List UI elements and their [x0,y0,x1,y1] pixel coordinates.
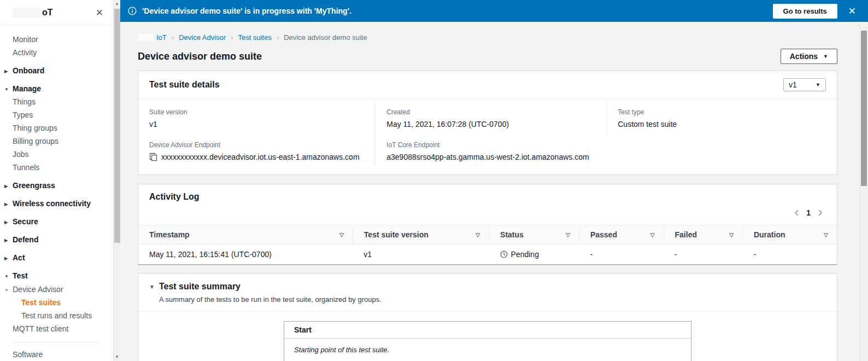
sort-icon[interactable]: ▽ [729,232,734,238]
sort-icon[interactable]: ▽ [339,232,344,238]
breadcrumb-current: Device advisor demo suite [284,33,367,42]
details-card-header: Test suite details v1 ▼ [138,71,837,99]
sidebar-scrollbar: ▲ ▼ [113,0,120,361]
page-scrollbar [859,24,868,361]
scroll-up-icon[interactable]: ▲ [114,1,120,7]
pagination: 1 [138,204,837,225]
chevron-right-icon: ▶ [4,183,8,190]
previous-page-icon[interactable] [794,209,799,217]
chevron-right-icon: ▶ [4,219,8,226]
field-suite-version: Suite version v1 [138,101,375,134]
breadcrumb-test-suites[interactable]: Test suites [238,33,271,42]
sort-icon[interactable]: ▽ [476,232,480,238]
table-row[interactable]: May 11, 2021, 16:15:41 (UTC-0700) v1 Pen… [138,244,837,265]
sidebar-item-billing-groups[interactable]: Billing groups [0,137,113,145]
banner-close-icon[interactable]: ✕ [848,5,856,17]
sidebar-header: oT ✕ [0,0,113,26]
collapse-toggle-icon[interactable]: ▼ [149,284,155,290]
sidebar-item-thing-groups[interactable]: Thing groups [0,124,113,132]
banner-message: 'Device advisor demo suite' is in progre… [142,7,773,15]
cell-failed: - [664,244,742,265]
main-area: 'Device advisor demo suite' is in progre… [120,0,868,361]
sidebar-title-text: oT [42,8,53,18]
page-content: IoT › Device Advisor › Test suites › Dev… [120,22,859,361]
test-suite-details-card: Test suite details v1 ▼ Suite version v1… [138,71,837,175]
column-header-timestamp[interactable]: Timestamp▽ [138,225,353,244]
column-header-passed[interactable]: Passed▽ [579,225,664,244]
breadcrumb-separator: › [277,33,279,42]
sidebar-close-icon[interactable]: ✕ [96,8,103,18]
cell-timestamp: May 11, 2021, 16:15:41 (UTC-0700) [138,244,353,265]
page-scrollbar-thumb[interactable] [861,31,867,186]
actions-button[interactable]: Actions ▼ [781,49,837,64]
field-iot-core-endpoint: IoT Core Endpoint a3e9088srso4pp-ats.gam… [375,134,837,167]
sort-icon[interactable]: ▽ [824,232,828,238]
column-header-failed[interactable]: Failed▽ [664,225,742,244]
sidebar-item-secure[interactable]: ▶Secure [0,218,113,225]
sidebar-item-defend[interactable]: ▶Defend [0,236,113,243]
column-header-status[interactable]: Status▽ [489,225,579,244]
page-title: Device advisor demo suite [138,51,262,62]
sidebar-item-test-runs-and-results[interactable]: Test runs and results [0,312,113,319]
go-to-results-button[interactable]: Go to results [773,4,837,19]
sidebar-item-manage[interactable]: ▼Manage [0,85,113,92]
sort-icon[interactable]: ▽ [566,232,570,238]
caret-down-icon: ▼ [816,82,820,88]
scroll-down-icon[interactable]: ▼ [114,354,120,360]
breadcrumb-device-advisor[interactable]: Device Advisor [179,33,226,42]
version-select[interactable]: v1 ▼ [783,78,826,91]
sidebar-item-test[interactable]: ▼Test [0,272,113,280]
start-node: Start Starting point of this test suite. [284,321,691,361]
column-header-duration[interactable]: Duration▽ [742,225,837,244]
start-node-title: Start [284,322,691,339]
sidebar-item-tunnels[interactable]: Tunnels [0,164,113,171]
next-page-icon[interactable] [818,209,823,217]
redacted-logo [13,8,41,18]
status-badge: Pending [511,250,539,259]
cell-passed: - [579,244,664,265]
sidebar-item-device-advisor[interactable]: ▼Device Advisor [0,286,113,293]
start-node-description: Starting point of this test suite. [284,339,691,361]
breadcrumb-iot[interactable]: IoT [138,33,167,42]
chevron-down-icon: ▼ [4,287,9,294]
sidebar-item-things[interactable]: Things [0,98,113,106]
title-row: Device advisor demo suite Actions ▼ [138,49,837,64]
sidebar-divider [13,342,101,342]
activity-log-table: Timestamp▽ Test suite version▽ Status▽ P… [138,225,837,265]
sidebar-item-types[interactable]: Types [0,111,113,119]
field-created: Created May 11, 2021, 16:07:28 (UTC-0700… [375,101,606,134]
sidebar-item-activity[interactable]: Activity [0,49,113,56]
notification-banner: 'Device advisor demo suite' is in progre… [120,0,868,22]
sidebar-item-jobs[interactable]: Jobs [0,150,113,158]
cell-duration: - [742,244,837,265]
chevron-right-icon: ▶ [4,237,8,244]
page-number[interactable]: 1 [806,208,811,217]
copy-icon[interactable] [149,153,157,161]
sidebar-item-wireless-connectivity[interactable]: ▶Wireless connectivity [0,200,113,207]
sidebar-logo: oT [13,8,53,18]
chevron-right-icon: ▶ [4,201,8,208]
details-grid: Suite version v1 Created May 11, 2021, 1… [138,99,837,174]
sidebar-item-act[interactable]: ▶Act [0,254,113,261]
column-header-test-suite-version[interactable]: Test suite version▽ [353,225,489,244]
field-test-type: Test type Custom test suite [606,101,837,134]
app-root: oT ✕ Monitor Activity ▶Onboard ▼Manage T… [0,0,868,361]
summary-title: Test suite summary [159,282,241,292]
sidebar-item-greengrass[interactable]: ▶Greengrass [0,182,113,189]
sidebar: oT ✕ Monitor Activity ▶Onboard ▼Manage T… [0,0,113,361]
summary-description: A summary of the tests to be run in the … [159,295,826,304]
breadcrumb-separator: › [231,33,233,42]
sidebar-item-software[interactable]: Software [0,351,113,358]
clock-pending-icon [500,251,508,258]
sidebar-scrollbar-thumb[interactable] [114,9,120,243]
sidebar-item-monitor[interactable]: Monitor [0,36,113,43]
sidebar-item-mqtt-test-client[interactable]: MQTT test client [0,325,113,333]
sidebar-nav: Monitor Activity ▶Onboard ▼Manage Things… [0,26,113,358]
cell-version: v1 [353,244,489,265]
sort-icon[interactable]: ▽ [650,232,655,238]
activity-log-header: Activity Log [138,184,837,204]
sidebar-item-onboard[interactable]: ▶Onboard [0,67,113,74]
caret-down-icon: ▼ [823,54,828,59]
table-header-row: Timestamp▽ Test suite version▽ Status▽ P… [138,225,837,244]
sidebar-item-test-suites[interactable]: Test suites [0,299,113,306]
